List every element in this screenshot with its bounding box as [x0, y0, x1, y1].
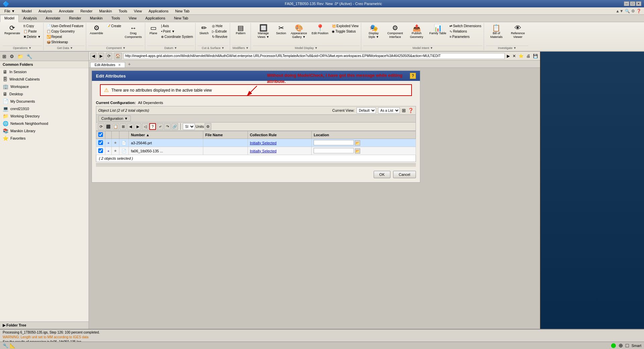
component-label[interactable]: Component ▼ [88, 46, 144, 50]
status-icon-1[interactable]: 🔧 [3, 343, 8, 348]
user-defined-feature-btn[interactable]: 📄 User-Defined Feature [46, 23, 85, 29]
sidebar-tool-4[interactable]: 🔧 [25, 53, 33, 60]
exploded-view-btn[interactable]: 💥 Exploded View [331, 23, 360, 29]
url-bar[interactable] [123, 53, 505, 59]
row1-star[interactable]: ★ [112, 139, 119, 147]
bookmark-btn[interactable]: ⭐ [518, 53, 524, 59]
menu-model[interactable]: Model [19, 8, 35, 14]
tab-render[interactable]: Render [65, 15, 86, 22]
switch-dimensions-btn[interactable]: ⇄ Switch Dimensions [448, 23, 482, 29]
row2-plus[interactable]: + [105, 147, 112, 155]
folder-mydocuments[interactable]: 📄 My Documents [0, 98, 89, 105]
relations-btn[interactable]: ∿ Relations [448, 29, 482, 34]
cutsurf-label[interactable]: Cut & Surface ▼ [198, 46, 228, 50]
row2-location-input[interactable] [314, 148, 354, 153]
row1-check[interactable] [96, 139, 105, 147]
tab-view[interactable]: View [124, 15, 141, 22]
regenerate-btn[interactable]: ⟳ Regenerate [3, 23, 22, 36]
copy-btn[interactable]: ⎘ Copy [22, 23, 42, 29]
current-view-select[interactable]: Default [357, 107, 376, 113]
folder-insession[interactable]: 🖥 In Session [0, 68, 89, 76]
folder-network[interactable]: 🌐 Network Neighborhood [0, 120, 89, 127]
shrinkwrap-btn[interactable]: 📦 Shrinkwrap [46, 40, 85, 45]
sidebar-tool-1[interactable]: ⊞ [1, 53, 7, 60]
window-controls[interactable]: ─ □ ✕ [624, 1, 641, 6]
modeldisplay-label[interactable]: Model Display ▼ [253, 46, 360, 50]
revolve-btn[interactable]: ↻ Revolve [211, 34, 228, 39]
toolbar-btn-3[interactable]: 📋 [112, 123, 119, 130]
tab-analysis[interactable]: Analysis [19, 15, 41, 22]
repeat-btn[interactable]: 🔁 Repeat [46, 34, 85, 39]
tab-applications[interactable]: Applications [141, 15, 169, 22]
row2-check[interactable] [96, 147, 105, 155]
folder-workspace[interactable]: 🏢 Workspace [0, 83, 89, 90]
minimize-btn[interactable]: ─ [624, 1, 629, 6]
forward-btn[interactable]: ▶ [98, 53, 104, 59]
edit-position-btn[interactable]: 📍 Edit Position [310, 23, 330, 36]
menu-newtab[interactable]: New Tab [172, 8, 193, 14]
modifiers-label[interactable]: Modifiers ▼ [232, 46, 249, 50]
toolbar-btn-7[interactable]: ◁ [142, 123, 149, 130]
menu-applications[interactable]: Applications [146, 8, 171, 14]
tab-newtab[interactable]: New Tab [170, 15, 193, 22]
sidebar-tool-3[interactable]: 📁 [16, 53, 24, 60]
menu-annotate[interactable]: Annotate [56, 8, 77, 14]
toolbar-btn-5[interactable]: ◀ [127, 123, 134, 130]
toolbar-btn-11[interactable]: 🔗 [171, 123, 178, 130]
folder-workingdir[interactable]: 📁 Working Directory [0, 112, 89, 120]
toolbar-btn-10[interactable]: ↷ [164, 123, 171, 130]
restore-btn[interactable]: □ [630, 1, 635, 6]
menu-view[interactable]: View [131, 8, 145, 14]
units-settings-btn[interactable]: ⚙ [205, 123, 211, 130]
point-btn[interactable]: • Point ▼ [160, 29, 194, 34]
display-as-select[interactable]: As a List [378, 107, 400, 113]
tab-tools[interactable]: Tools [107, 15, 124, 22]
row1-browse-btn[interactable]: 📂 [355, 140, 360, 146]
grid-view-btn[interactable]: ⊞ [402, 108, 406, 113]
toolbar-btn-1[interactable]: ⟳ [98, 123, 104, 130]
drag-components-btn[interactable]: ↔ Drag Components [123, 23, 144, 40]
folder-cnrrd21910[interactable]: 💻 cnrrd21910 [0, 105, 89, 112]
folder-favorites[interactable]: ⭐ Favorites [0, 135, 89, 142]
manage-views-btn[interactable]: 🔲 Manage Views ▼ [253, 23, 274, 40]
getdata-label[interactable]: Get Data ▼ [46, 46, 85, 50]
cancel-btn[interactable]: Cancel [393, 171, 416, 178]
save-btn[interactable]: 💾 [532, 53, 539, 59]
operations-label[interactable]: Operations ▼ [3, 46, 42, 50]
back-btn[interactable]: ◀ [90, 53, 97, 59]
coordinate-system-btn[interactable]: ⊕ Coordinate System [160, 34, 194, 39]
row1-location-input[interactable] [314, 140, 354, 145]
unit-select[interactable]: SI [183, 123, 195, 130]
reference-viewer-btn[interactable]: 👁 Reference Viewer [507, 23, 528, 40]
axis-btn[interactable]: | Axis [160, 23, 194, 29]
status-icon-2[interactable]: 📐 [10, 343, 15, 348]
plane-btn[interactable]: ▭ Plane [147, 23, 159, 36]
menu-tools[interactable]: Tools [116, 8, 130, 14]
status-icon-4[interactable]: □ [626, 343, 629, 349]
browser-tab-editattrs[interactable]: Edit Attributes ✕ [90, 62, 125, 67]
paste-btn[interactable]: 📋 Paste [22, 29, 42, 34]
configuration-dropdown-btn[interactable]: Configuration ▼ [98, 115, 131, 121]
options-btn[interactable]: ❓ [408, 108, 414, 113]
home-btn[interactable]: 🏠 [114, 53, 122, 59]
search-icon[interactable]: 🔍 [625, 9, 630, 13]
toggle-status-btn[interactable]: ◉ Toggle Status [331, 29, 360, 34]
toolbar-btn-8-highlighted[interactable]: ? [149, 123, 156, 130]
status-icon-3[interactable]: ⊕ [619, 342, 623, 349]
tab-model[interactable]: Model [0, 15, 19, 22]
create-btn[interactable]: 📝 Create [105, 23, 122, 29]
stop-btn[interactable]: ✕ [512, 53, 517, 59]
help-icon-btn[interactable]: ? [410, 73, 416, 79]
component-interface-btn[interactable]: ⚙ Component Interface [385, 23, 406, 40]
row2-browse-btn[interactable]: 📂 [355, 148, 360, 154]
toolbar-btn-6[interactable]: ▶ [135, 123, 141, 130]
folder-manikin[interactable]: 📚 Manikin Library [0, 127, 89, 135]
folder-windchill-cabinets[interactable]: 🗄 Windchill Cabinets [0, 76, 89, 83]
toolbar-btn-9[interactable]: ⤶ [157, 123, 163, 130]
appearance-gallery-btn[interactable]: 🎨 Appearance Gallery ▼ [288, 23, 309, 40]
assemble-btn[interactable]: ⚙ Assemble [88, 23, 105, 36]
publish-geometry-btn[interactable]: 📤 Publish Geometry [406, 23, 427, 40]
info-icon[interactable]: ❓ [636, 9, 641, 13]
section-btn[interactable]: ✂ Section [274, 23, 288, 36]
close-btn[interactable]: ✕ [636, 1, 641, 6]
